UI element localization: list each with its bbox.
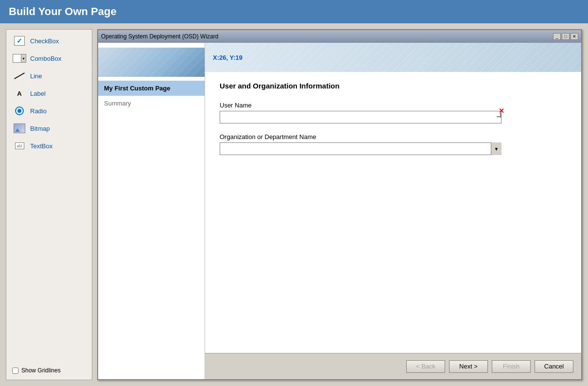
- user-name-label: User Name: [220, 102, 567, 109]
- show-gridlines-label[interactable]: Show Gridlines: [21, 367, 61, 374]
- tool-item-checkbox[interactable]: CheckBox: [9, 33, 89, 49]
- label-icon: A: [13, 88, 26, 99]
- main-layout: CheckBox ▼ ComboBox Line A Label: [0, 23, 588, 386]
- bitmap-label: Bitmap: [30, 125, 50, 132]
- tool-item-radio[interactable]: Radio: [9, 103, 89, 119]
- window-controls: _ □ ✕: [553, 33, 578, 40]
- line-label: Line: [30, 72, 42, 80]
- checkbox-label: CheckBox: [30, 37, 59, 45]
- wizard-footer: < Back Next > Finish Cancel: [205, 353, 581, 379]
- svg-rect-1: [497, 116, 502, 117]
- org-name-input[interactable]: [220, 142, 502, 155]
- show-gridlines-container: Show Gridlines: [9, 364, 89, 377]
- next-button[interactable]: Next >: [449, 360, 488, 373]
- window-title: Operating System Deployment (OSD) Wizard: [101, 33, 218, 40]
- wizard-main: User and Organization Information User N…: [205, 72, 581, 353]
- nav-item-summary[interactable]: Summary: [98, 96, 205, 111]
- user-name-input-container: ✕: [220, 111, 502, 123]
- close-button[interactable]: ✕: [571, 33, 578, 40]
- bitmap-icon: [13, 123, 26, 134]
- combobox-label: ComboBox: [30, 55, 61, 62]
- wizard-body: My First Custom Page Summary X:26, Y:19 …: [98, 43, 581, 379]
- user-name-resize-handle[interactable]: [497, 111, 502, 116]
- tool-item-combobox[interactable]: ▼ ComboBox: [9, 50, 89, 67]
- radio-label: Radio: [30, 107, 47, 115]
- combobox-icon: ▼: [13, 53, 26, 64]
- wizard-window: Operating System Deployment (OSD) Wizard…: [97, 29, 582, 380]
- coords-label: X:26, Y:19: [213, 54, 242, 61]
- nav-item-custom-page[interactable]: My First Custom Page: [98, 81, 205, 96]
- org-name-dropdown-arrow[interactable]: ▼: [491, 142, 502, 155]
- minimize-button[interactable]: _: [553, 33, 561, 40]
- wizard-content-area: X:26, Y:19 User and Organization Informa…: [205, 43, 581, 379]
- checkbox-icon: [13, 35, 26, 47]
- toolbox-panel: CheckBox ▼ ComboBox Line A Label: [6, 29, 92, 380]
- tool-item-textbox[interactable]: abl TextBox: [9, 138, 89, 154]
- page-title: Build Your Own Page: [9, 5, 117, 18]
- org-name-group: Organization or Department Name ▼: [220, 133, 567, 155]
- cancel-button[interactable]: Cancel: [535, 360, 573, 373]
- textbox-icon: abl: [13, 140, 26, 152]
- line-icon: [13, 70, 26, 82]
- tool-item-bitmap[interactable]: Bitmap: [9, 120, 89, 137]
- wizard-banner: X:26, Y:19: [205, 43, 581, 72]
- back-button[interactable]: < Back: [406, 360, 445, 373]
- window-titlebar: Operating System Deployment (OSD) Wizard…: [98, 30, 581, 43]
- tool-item-label[interactable]: A Label: [9, 85, 89, 102]
- org-name-combo-container: ▼: [220, 142, 502, 155]
- textbox-label: TextBox: [30, 142, 52, 150]
- user-name-input[interactable]: [220, 111, 502, 123]
- radio-icon: [13, 105, 26, 117]
- page-header: Build Your Own Page: [0, 0, 588, 23]
- maximize-button[interactable]: □: [562, 33, 570, 40]
- user-name-group: User Name ✕: [220, 102, 567, 123]
- finish-button[interactable]: Finish: [492, 360, 531, 373]
- wizard-nav: My First Custom Page Summary: [98, 43, 205, 379]
- show-gridlines-checkbox[interactable]: [12, 368, 18, 374]
- label-label: Label: [30, 90, 46, 97]
- org-name-label: Organization or Department Name: [220, 133, 567, 140]
- section-title: User and Organization Information: [220, 82, 567, 90]
- tool-item-line[interactable]: Line: [9, 68, 89, 84]
- banner-mesh: [205, 43, 581, 72]
